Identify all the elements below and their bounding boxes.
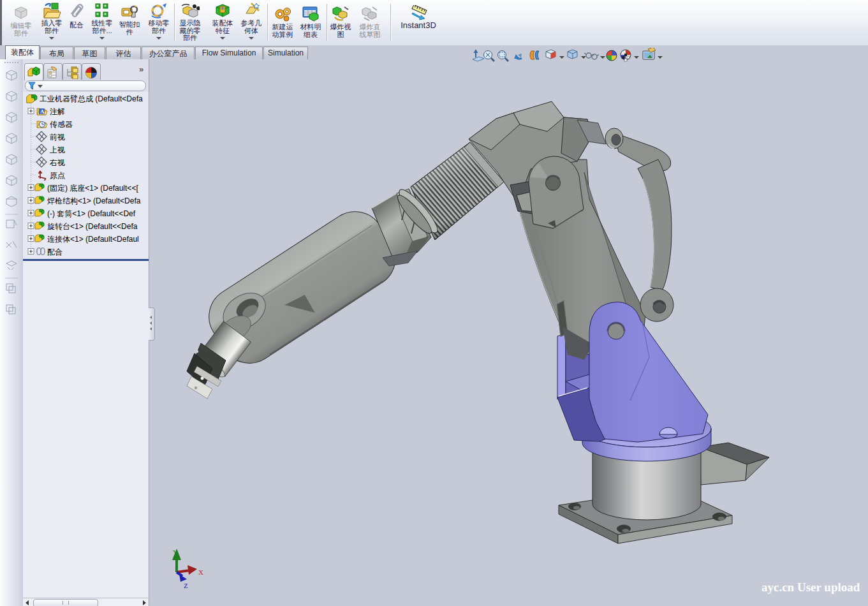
svg-text:Y: Y — [173, 549, 178, 556]
svg-text:Z: Z — [184, 582, 188, 589]
svg-text:X: X — [198, 568, 203, 576]
